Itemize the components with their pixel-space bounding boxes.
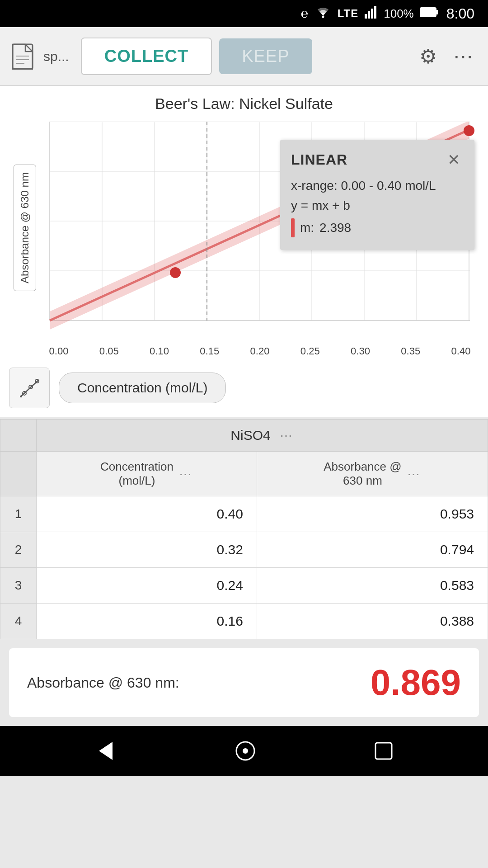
svg-rect-5 bbox=[420, 8, 436, 17]
concentration-cell: 0.32 bbox=[37, 532, 257, 568]
concentration-cell: 0.40 bbox=[37, 496, 257, 532]
absorbance-cell: 0.583 bbox=[257, 568, 488, 604]
x-label-3: 0.15 bbox=[196, 345, 223, 357]
lte-icon: LTE bbox=[338, 7, 359, 20]
chart-title: Beer's Law: Nickel Sulfate bbox=[9, 95, 479, 113]
table-row: 3 0.24 0.583 bbox=[0, 568, 488, 604]
x-label-5: 0.25 bbox=[296, 345, 324, 357]
chart-section: Beer's Law: Nickel Sulfate Absorbance @ … bbox=[0, 86, 488, 361]
absorbance-cell: 0.388 bbox=[257, 604, 488, 639]
home-icon bbox=[234, 740, 257, 762]
trendline-icon bbox=[18, 377, 41, 399]
dots-icon: ⋯ bbox=[453, 45, 474, 67]
file-name-label: sp... bbox=[43, 49, 69, 64]
svg-rect-1 bbox=[365, 14, 367, 19]
svg-marker-41 bbox=[99, 742, 113, 760]
linear-popup-title: LINEAR bbox=[291, 151, 347, 168]
col2-header: Absorbance @630 nm ⋯ bbox=[257, 452, 488, 496]
concentration-cell: 0.16 bbox=[37, 604, 257, 639]
reading-value: 0.869 bbox=[371, 662, 461, 703]
status-bar: ℮ LTE 100% bbox=[0, 0, 488, 27]
x-label-1: 0.05 bbox=[95, 345, 122, 357]
svg-point-43 bbox=[243, 748, 248, 754]
x-label-6: 0.30 bbox=[347, 345, 374, 357]
top-bar: sp... COLLECT KEEP ⚙ ⋯ bbox=[0, 27, 488, 86]
svg-point-33 bbox=[170, 267, 181, 278]
svg-rect-3 bbox=[371, 9, 373, 19]
equation-row: y = mx + b bbox=[291, 198, 464, 213]
data-table: NiSO4 ⋯ Concentration(mol/L) ⋯ Absorbanc… bbox=[0, 419, 488, 639]
bottom-reading: Absorbance @ 630 nm: 0.869 bbox=[9, 648, 479, 717]
signal-icon bbox=[365, 6, 377, 22]
col1-dots[interactable]: ⋯ bbox=[179, 467, 193, 481]
x-label-2: 0.10 bbox=[146, 345, 173, 357]
battery-label: 100% bbox=[384, 7, 414, 21]
keep-button[interactable]: KEEP bbox=[219, 38, 312, 74]
table-section-title: NiSO4 bbox=[230, 428, 270, 443]
battery-icon bbox=[420, 6, 438, 21]
recent-apps-icon bbox=[374, 741, 394, 761]
table-row: 2 0.32 0.794 bbox=[0, 532, 488, 568]
row-number: 3 bbox=[0, 568, 37, 604]
collect-button[interactable]: COLLECT bbox=[81, 38, 212, 75]
x-axis-button[interactable]: Concentration (mol/L) bbox=[59, 373, 226, 403]
navigation-bar bbox=[0, 726, 488, 776]
x-range-text: x-range: 0.00 - 0.40 mol/L bbox=[291, 179, 436, 193]
svg-rect-6 bbox=[436, 10, 438, 14]
absorbance-cell: 0.794 bbox=[257, 532, 488, 568]
x-label-4: 0.20 bbox=[246, 345, 273, 357]
absorbance-cell: 0.953 bbox=[257, 496, 488, 532]
col2-dots[interactable]: ⋯ bbox=[407, 467, 421, 481]
linear-popup: LINEAR ✕ x-range: 0.00 - 0.40 mol/L y = … bbox=[280, 140, 474, 250]
svg-rect-44 bbox=[375, 743, 392, 759]
svg-rect-2 bbox=[368, 11, 370, 19]
document-icon bbox=[9, 41, 36, 72]
col1-header: Concentration(mol/L) ⋯ bbox=[37, 452, 257, 496]
chart-controls: Concentration (mol/L) bbox=[0, 361, 488, 417]
red-bar-indicator bbox=[291, 218, 295, 237]
back-icon bbox=[94, 740, 117, 762]
m-label: m: bbox=[300, 221, 314, 235]
row-number: 1 bbox=[0, 496, 37, 532]
wifi-icon bbox=[315, 6, 331, 22]
svg-rect-4 bbox=[374, 6, 376, 19]
reading-label: Absorbance @ 630 nm: bbox=[27, 675, 179, 691]
concentration-cell: 0.24 bbox=[37, 568, 257, 604]
m-value: 2.398 bbox=[319, 221, 351, 235]
back-button[interactable] bbox=[94, 740, 117, 762]
equation-text: y = mx + b bbox=[291, 198, 350, 213]
home-button[interactable] bbox=[234, 740, 257, 762]
status-time: 8:00 bbox=[446, 5, 474, 22]
niso4-dots[interactable]: ⋯ bbox=[280, 428, 294, 443]
x-range-row: x-range: 0.00 - 0.40 mol/L bbox=[291, 179, 464, 193]
settings-button[interactable]: ⚙ bbox=[415, 40, 441, 72]
linear-close-button[interactable]: ✕ bbox=[444, 149, 464, 170]
status-icons: ℮ LTE 100% bbox=[301, 6, 438, 22]
x-axis-labels: 0.00 0.05 0.10 0.15 0.20 0.25 0.30 0.35 … bbox=[45, 341, 474, 361]
trendline-button[interactable] bbox=[9, 368, 50, 408]
table-section: NiSO4 ⋯ Concentration(mol/L) ⋯ Absorbanc… bbox=[0, 419, 488, 639]
row-number: 4 bbox=[0, 604, 37, 639]
row-number: 2 bbox=[0, 532, 37, 568]
x-label-8: 0.40 bbox=[447, 345, 474, 357]
recent-apps-button[interactable] bbox=[374, 741, 394, 761]
bluetooth-icon: ℮ bbox=[301, 6, 309, 21]
chart-wrapper: Absorbance @ 630 nm bbox=[9, 117, 479, 361]
svg-point-31 bbox=[464, 125, 474, 136]
more-options-button[interactable]: ⋯ bbox=[449, 40, 479, 72]
m-value-row: m: 2.398 bbox=[291, 218, 464, 237]
table-row: 1 0.40 0.953 bbox=[0, 496, 488, 532]
table-row: 4 0.16 0.388 bbox=[0, 604, 488, 639]
x-label-7: 0.35 bbox=[397, 345, 424, 357]
x-label-0: 0.00 bbox=[45, 345, 72, 357]
svg-point-0 bbox=[322, 15, 324, 18]
y-axis-label: Absorbance @ 630 nm bbox=[9, 117, 41, 339]
gear-icon: ⚙ bbox=[419, 45, 437, 67]
